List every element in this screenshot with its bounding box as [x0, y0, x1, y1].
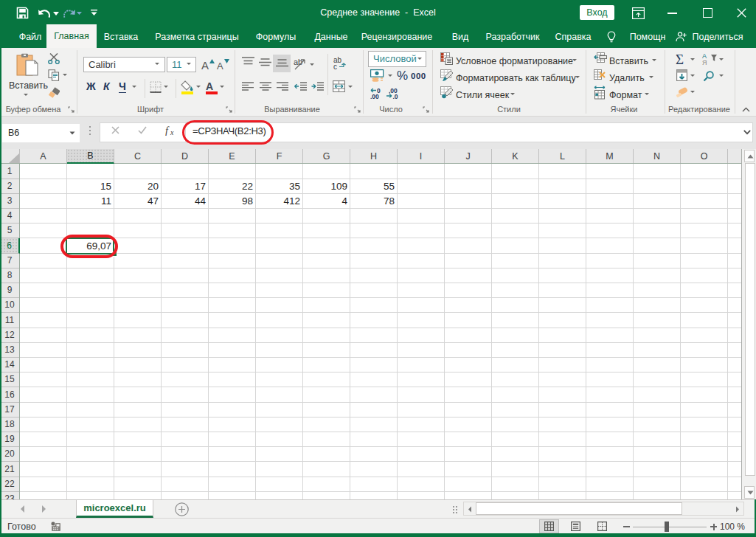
svg-text:,0: ,0 [393, 93, 398, 100]
svg-text:f: f [165, 125, 170, 136]
svg-text:,00: ,00 [370, 93, 379, 100]
svg-text:c: c [333, 63, 337, 70]
svg-text:x: x [170, 128, 174, 136]
svg-text:Я: Я [702, 59, 707, 66]
svg-text:ab: ab [294, 58, 302, 66]
